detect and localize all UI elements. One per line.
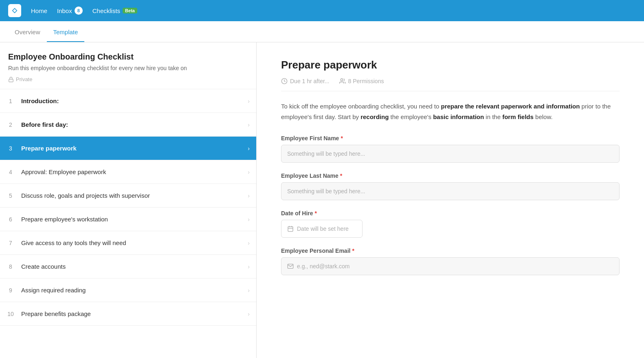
chevron-right-icon: › xyxy=(248,169,250,175)
chevron-right-icon: › xyxy=(248,122,250,128)
chevron-right-icon: › xyxy=(248,98,250,104)
main-layout: Employee Onboarding Checklist Run this e… xyxy=(0,42,644,358)
checklist-item[interactable]: 2 Before first day: › xyxy=(0,113,256,137)
task-due[interactable]: Due 1 hr after... xyxy=(281,78,330,84)
nav-inbox[interactable]: Inbox 8 xyxy=(57,7,83,15)
lock-icon xyxy=(8,77,14,82)
checklist-list: 1 Introduction: › 2 Before first day: › … xyxy=(0,89,256,326)
task-permissions[interactable]: 8 Permissions xyxy=(339,78,384,84)
form-group-date-of-hire: Date of Hire * Date will be set here xyxy=(281,210,620,238)
private-label: Private xyxy=(8,76,248,82)
input-first-name[interactable]: Something will be typed here... xyxy=(281,145,620,163)
chevron-right-icon: › xyxy=(248,287,250,294)
chevron-right-icon: › xyxy=(248,263,250,270)
checklist-item[interactable]: 5 Discuss role, goals and projects with … xyxy=(0,184,256,208)
clock-icon xyxy=(281,78,288,84)
chevron-right-icon: › xyxy=(248,216,250,223)
label-email: Employee Personal Email * xyxy=(281,248,620,254)
checklist-item-active[interactable]: 3 Prepare paperwork › xyxy=(0,137,256,160)
label-last-name: Employee Last Name * xyxy=(281,172,620,179)
checklist-item[interactable]: 6 Prepare employee's workstation › xyxy=(0,208,256,231)
input-date-of-hire[interactable]: Date will be set here xyxy=(281,220,363,238)
right-panel: Prepare paperwork Due 1 hr after... 8 Pe… xyxy=(257,42,644,358)
tab-overview[interactable]: Overview xyxy=(8,23,47,42)
nav-home[interactable]: Home xyxy=(31,7,47,14)
left-panel: Employee Onboarding Checklist Run this e… xyxy=(0,42,257,358)
checklist-item[interactable]: 7 Give access to any tools they will nee… xyxy=(0,231,256,255)
checklist-item[interactable]: 8 Create accounts › xyxy=(0,255,256,278)
tabs-bar: Overview Template xyxy=(0,21,644,42)
required-star: * xyxy=(341,135,343,141)
checklist-item[interactable]: 4 Approval: Employee paperwork › xyxy=(0,160,256,184)
svg-rect-3 xyxy=(9,79,13,82)
checklist-item[interactable]: 1 Introduction: › xyxy=(0,89,256,113)
chevron-right-icon: › xyxy=(248,311,250,317)
navbar: Home Inbox 8 Checklists Beta xyxy=(0,0,644,21)
checklist-item[interactable]: 9 Assign required reading › xyxy=(0,278,256,302)
chevron-right-icon: › xyxy=(248,192,250,199)
checklist-header: Employee Onboarding Checklist Run this e… xyxy=(0,42,256,89)
form-group-last-name: Employee Last Name * Something will be t… xyxy=(281,172,620,200)
checklist-title: Employee Onboarding Checklist xyxy=(8,52,248,62)
chevron-right-icon: › xyxy=(248,145,250,152)
task-meta: Due 1 hr after... 8 Permissions xyxy=(281,78,620,91)
required-star: * xyxy=(352,248,354,254)
tab-template[interactable]: Template xyxy=(47,23,85,42)
label-first-name: Employee First Name * xyxy=(281,135,620,141)
task-description: To kick off the employee onboarding chec… xyxy=(281,101,620,122)
inbox-badge: 8 xyxy=(75,7,83,15)
logo[interactable] xyxy=(8,4,21,17)
form-group-first-name: Employee First Name * Something will be … xyxy=(281,135,620,163)
task-title: Prepare paperwork xyxy=(281,59,620,71)
label-date-of-hire: Date of Hire * xyxy=(281,210,620,217)
svg-point-5 xyxy=(341,79,343,81)
calendar-icon xyxy=(287,225,294,232)
checklists-beta-badge: Beta xyxy=(123,8,137,13)
users-icon xyxy=(339,78,346,84)
email-icon xyxy=(287,263,294,270)
input-email[interactable]: e.g., ned@stark.com xyxy=(281,257,620,275)
required-star: * xyxy=(340,172,342,179)
checklist-item[interactable]: 10 Prepare benefits package › xyxy=(0,302,256,326)
form-group-email: Employee Personal Email * e.g., ned@star… xyxy=(281,248,620,275)
chevron-right-icon: › xyxy=(248,240,250,246)
svg-rect-6 xyxy=(288,227,293,232)
checklist-description: Run this employee onboarding checklist f… xyxy=(8,65,248,71)
input-last-name[interactable]: Something will be typed here... xyxy=(281,182,620,200)
required-star: * xyxy=(315,210,317,217)
nav-checklists[interactable]: Checklists Beta xyxy=(92,7,137,14)
